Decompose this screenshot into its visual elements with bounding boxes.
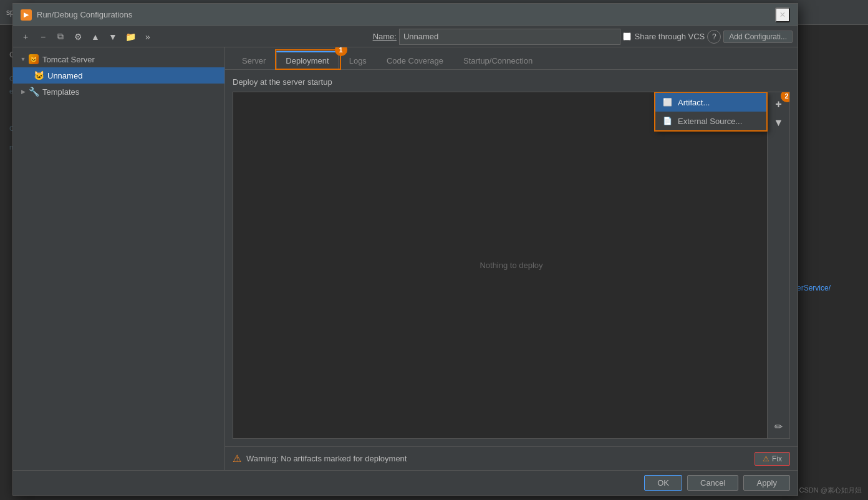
settings-button[interactable]: ⚙ xyxy=(70,29,85,44)
name-input[interactable] xyxy=(399,29,620,45)
fix-button[interactable]: ⚠ Fix xyxy=(755,452,790,466)
dialog-icon: ▶ xyxy=(21,9,32,21)
tree-arrow-tomcat: ▼ xyxy=(18,54,28,64)
templates-label: Templates xyxy=(42,87,79,97)
unnamed-label: Unnamed xyxy=(47,71,82,80)
deploy-sidebar-buttons: + 2 ▼ ✏ xyxy=(767,92,789,438)
dialog-titlebar: ▶ Run/Debug Configurations × xyxy=(13,4,798,26)
share-vcs-checkbox[interactable] xyxy=(623,32,631,41)
empty-deploy-label: Nothing to deploy xyxy=(480,261,542,270)
tree-item-templates[interactable]: ▶ 🔧 Templates xyxy=(13,84,224,100)
copy-config-button[interactable]: ⧉ xyxy=(53,29,68,44)
tabs-bar: Server Deployment 1 Logs Code Coverage S… xyxy=(225,47,798,70)
dropdown-artifact[interactable]: ⬜ Artifact... xyxy=(655,93,766,112)
watermark: CSDN @素心如月妞 xyxy=(799,486,862,495)
artifact-icon: ⬜ xyxy=(662,97,673,108)
tree-item-unnamed[interactable]: 🐱 Unnamed xyxy=(13,67,224,84)
name-label: Name: xyxy=(373,32,397,41)
move-down-button[interactable]: ▼ xyxy=(105,29,120,44)
tomcat-server-label: Tomcat Server xyxy=(42,55,95,64)
dropdown-external-source[interactable]: 📄 External Source... xyxy=(655,112,766,130)
move-up-button[interactable]: ▲ xyxy=(88,29,103,44)
tab-server[interactable]: Server xyxy=(233,51,275,69)
help-button[interactable]: ? xyxy=(707,30,721,44)
fix-label: Fix xyxy=(772,454,782,463)
folder-button[interactable]: 📁 xyxy=(123,29,138,44)
deploy-panel: Deploy at the server startup Nothing to … xyxy=(225,70,798,446)
tab-deployment[interactable]: Deployment xyxy=(276,51,338,69)
unnamed-icon: 🐱 xyxy=(33,70,44,81)
deploy-area: Nothing to deploy + 2 ▼ ✏ xyxy=(233,92,790,439)
dialog-footer: OK Cancel Apply xyxy=(13,470,798,495)
tab-code-coverage[interactable]: Code Coverage xyxy=(377,51,453,69)
dialog-toolbar: + − ⧉ ⚙ ▲ ▼ 📁 » Name: Share through VCS … xyxy=(13,26,798,47)
tree-arrow-templates: ▶ xyxy=(18,87,28,97)
tab-startup[interactable]: Startup/Connection xyxy=(454,51,542,69)
ok-button[interactable]: OK xyxy=(644,475,682,491)
close-button[interactable]: × xyxy=(775,7,790,22)
tree-item-tomcat-group[interactable]: ▼ 🐱 Tomcat Server xyxy=(13,51,224,67)
share-vcs-label: Share through VCS xyxy=(635,32,705,41)
right-panel: Server Deployment 1 Logs Code Coverage S… xyxy=(225,47,798,470)
artifact-label: Artifact... xyxy=(678,98,710,107)
add-configuration-button[interactable]: Add Configurati... xyxy=(723,31,793,43)
deploy-section-label: Deploy at the server startup xyxy=(233,77,790,87)
deploy-down-button[interactable]: ▼ xyxy=(771,115,787,131)
apply-button[interactable]: Apply xyxy=(743,475,790,491)
external-source-label: External Source... xyxy=(678,117,742,126)
warning-bar: ⚠ Warning: No artifacts marked for deplo… xyxy=(225,446,798,470)
external-source-icon: 📄 xyxy=(662,115,673,127)
warning-icon: ⚠ xyxy=(233,453,241,464)
cancel-button[interactable]: Cancel xyxy=(687,475,738,491)
bg-text-service: herService/ xyxy=(793,284,831,292)
run-debug-dialog: ▶ Run/Debug Configurations × + − ⧉ ⚙ ▲ ▼… xyxy=(12,3,798,496)
deploy-edit-button[interactable]: ✏ xyxy=(771,418,787,435)
dialog-content: ▼ 🐱 Tomcat Server 🐱 Unnamed ▶ 🔧 Template… xyxy=(13,47,798,470)
deploy-dropdown: ⬜ Artifact... 📄 External Source... xyxy=(655,92,767,131)
remove-config-button[interactable]: − xyxy=(36,29,51,44)
more-button[interactable]: » xyxy=(140,29,155,44)
tomcat-icon: 🐱 xyxy=(28,54,39,65)
fix-icon: ⚠ xyxy=(763,454,769,463)
add-config-button[interactable]: + xyxy=(18,29,33,44)
wrench-icon: 🔧 xyxy=(28,86,39,97)
sidebar: ▼ 🐱 Tomcat Server 🐱 Unnamed ▶ 🔧 Template… xyxy=(13,47,225,470)
share-checkbox-area: Share through VCS xyxy=(623,32,705,41)
dialog-title: Run/Debug Configurations xyxy=(37,10,775,19)
warning-text: Warning: No artifacts marked for deploym… xyxy=(246,454,750,463)
